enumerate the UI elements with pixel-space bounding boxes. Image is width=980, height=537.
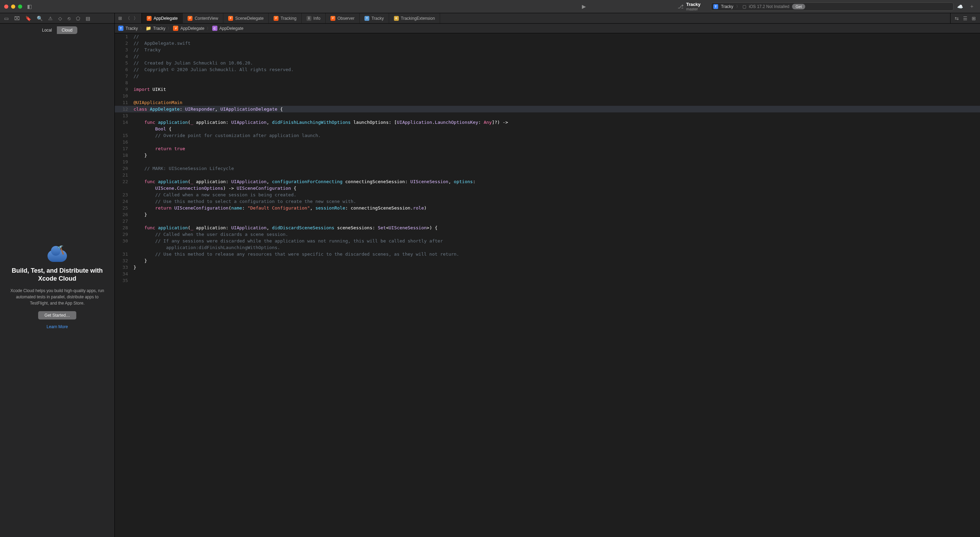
code-line[interactable]: 3// Tracky	[115, 46, 980, 53]
line-number: 18	[115, 152, 132, 159]
code-line[interactable]: 9import UIKit	[115, 86, 980, 92]
code-line[interactable]: 13	[115, 112, 980, 119]
warning-icon[interactable]: ⚠	[48, 16, 53, 21]
breadcrumb-item[interactable]: AppDelegate	[220, 26, 243, 31]
code-line[interactable]: application:didFinishLaunchingWithOption…	[115, 244, 980, 251]
code-content: // If any sessions were discarded while …	[132, 237, 445, 244]
code-line[interactable]: 11@UIApplicationMain	[115, 99, 980, 106]
code-content: func application(_ application: UIApplic…	[132, 225, 438, 231]
code-line[interactable]: Bool {	[115, 126, 980, 132]
code-line[interactable]: 17 return true	[115, 145, 980, 152]
code-line[interactable]: 12class AppDelegate: UIResponder, UIAppl…	[115, 106, 980, 112]
get-button[interactable]: Get	[792, 4, 805, 10]
code-line[interactable]: 32 }	[115, 257, 980, 264]
line-number: 20	[115, 165, 132, 172]
code-line[interactable]: 31 // Use this method to release any res…	[115, 251, 980, 257]
tab-appdelegate[interactable]: ⚡︎AppDelegate	[142, 13, 183, 23]
tab-tracky[interactable]: TTracky	[360, 13, 389, 23]
forward-icon[interactable]: 〉	[134, 15, 138, 22]
report-icon[interactable]: ▤	[86, 16, 90, 21]
tab-contentview[interactable]: ⚡︎ContentView	[183, 13, 223, 23]
code-line[interactable]: 7//	[115, 73, 980, 80]
code-line[interactable]: 29 // Called when the user discards a sc…	[115, 231, 980, 237]
minimize-window-button[interactable]	[11, 5, 15, 9]
add-editor-icon[interactable]: ⊞	[972, 16, 976, 21]
test-icon[interactable]: ◇	[58, 16, 62, 21]
scheme-status-bar[interactable]: T Tracky 〉 ▢ iOS 17.2 Not Installed Get	[711, 2, 954, 11]
tab-info[interactable]: iInfo	[302, 13, 326, 23]
tab-label: Info	[313, 16, 320, 21]
sidebar-toggle-icon[interactable]: ◧	[25, 3, 33, 10]
tab-scenedelegate[interactable]: ⚡︎SceneDelegate	[223, 13, 269, 23]
learn-more-link[interactable]: Learn More	[46, 324, 68, 329]
code-content: }	[132, 257, 147, 264]
code-line[interactable]: 18 }	[115, 152, 980, 159]
code-line[interactable]: 6// Copyright © 2020 Julian Schmuckli. A…	[115, 66, 980, 73]
code-content: }	[132, 264, 136, 271]
code-line[interactable]: 1//	[115, 33, 980, 40]
code-line[interactable]: UIScene.ConnectionOptions) -> UISceneCon…	[115, 185, 980, 191]
code-line[interactable]: 4//	[115, 53, 980, 60]
back-icon[interactable]: 〈	[126, 15, 130, 22]
tab-observer[interactable]: ⚡︎Observer	[326, 13, 360, 23]
code-line[interactable]: 21	[115, 172, 980, 178]
breadcrumb-item[interactable]: AppDelegate	[180, 26, 204, 31]
line-number: 1	[115, 33, 132, 40]
tab-label: TrackingExtension	[401, 16, 435, 21]
code-content: // Override point for customization afte…	[132, 132, 321, 139]
zoom-window-button[interactable]	[18, 5, 22, 9]
breakpoint-icon[interactable]: ⬠	[76, 16, 80, 21]
toolbar: ▭ ⌧ 🔖 🔍 ⚠ ◇ ⎋ ⬠ ▤ ⊞ 〈 〉 ⚡︎AppDelegate⚡︎C…	[0, 13, 980, 24]
code-line[interactable]: 35	[115, 277, 980, 284]
breadcrumb[interactable]: TTracky〉📁Tracky〉⚡︎AppDelegate〉CAppDelega…	[115, 24, 980, 33]
line-number: 12	[115, 106, 132, 112]
tab-trackingextension[interactable]: ETrackingExtension	[389, 13, 440, 23]
editor-options-icon[interactable]: ☰	[963, 16, 967, 21]
line-number: 15	[115, 132, 132, 139]
tab-tracking[interactable]: ⚡︎Tracking	[269, 13, 302, 23]
project-name: Tracky	[686, 2, 700, 7]
search-icon[interactable]: 🔍	[37, 16, 43, 21]
code-line[interactable]: 28 func application(_ application: UIApp…	[115, 225, 980, 231]
code-line[interactable]: 2// AppDelegate.swift	[115, 40, 980, 46]
editor-tabs: ⚡︎AppDelegate⚡︎ContentView⚡︎SceneDelegat…	[142, 13, 950, 23]
code-line[interactable]: 15 // Override point for customization a…	[115, 132, 980, 139]
add-icon[interactable]: ＋	[968, 3, 976, 10]
line-number: 33	[115, 264, 132, 271]
code-line[interactable]: 8	[115, 80, 980, 86]
get-started-button[interactable]: Get Started…	[38, 311, 76, 319]
code-line[interactable]: 20 // MARK: UISceneSession Lifecycle	[115, 165, 980, 172]
code-line[interactable]: 33}	[115, 264, 980, 271]
code-line[interactable]: 34	[115, 271, 980, 277]
breadcrumb-item[interactable]: Tracky	[153, 26, 166, 31]
code-line[interactable]: 19	[115, 159, 980, 165]
code-line[interactable]: 14 func application(_ application: UIApp…	[115, 119, 980, 126]
related-items-icon[interactable]: ⊞	[118, 16, 122, 21]
code-line[interactable]: 30 // If any sessions were discarded whi…	[115, 237, 980, 244]
code-line[interactable]: 10	[115, 92, 980, 99]
code-line[interactable]: 26 }	[115, 211, 980, 218]
code-line[interactable]: 25 return UISceneConfiguration(name: "De…	[115, 205, 980, 211]
assistant-icon[interactable]: ⇆	[955, 16, 959, 21]
cloud-status-icon[interactable]: ☁️	[957, 4, 963, 10]
code-line[interactable]: 5// Created by Julian Schmuckli on 10.06…	[115, 60, 980, 66]
x-square-icon[interactable]: ⌧	[14, 16, 20, 21]
code-content: class AppDelegate: UIResponder, UIApplic…	[132, 106, 283, 112]
app-icon: T	[713, 4, 718, 9]
bookmark-icon[interactable]: 🔖	[25, 16, 31, 21]
code-line[interactable]: 16	[115, 139, 980, 145]
folder-icon[interactable]: ▭	[4, 16, 9, 21]
segment-cloud[interactable]: Cloud	[57, 26, 77, 34]
segment-local[interactable]: Local	[37, 26, 57, 34]
breadcrumb-item[interactable]: Tracky	[126, 26, 138, 31]
debug-icon[interactable]: ⎋	[68, 16, 70, 21]
close-window-button[interactable]	[4, 5, 8, 9]
code-line[interactable]: 24 // Use this method to select a config…	[115, 198, 980, 205]
code-editor[interactable]: 1//2// AppDelegate.swift3// Tracky4//5//…	[115, 33, 980, 537]
code-line[interactable]: 23 // Called when a new scene session is…	[115, 191, 980, 198]
scheme-name: Tracky	[721, 4, 733, 9]
swift-icon: ⚡︎	[188, 16, 192, 21]
code-line[interactable]: 27	[115, 218, 980, 225]
play-icon[interactable]: ▶	[581, 3, 587, 10]
code-line[interactable]: 22 func application(_ application: UIApp…	[115, 178, 980, 185]
